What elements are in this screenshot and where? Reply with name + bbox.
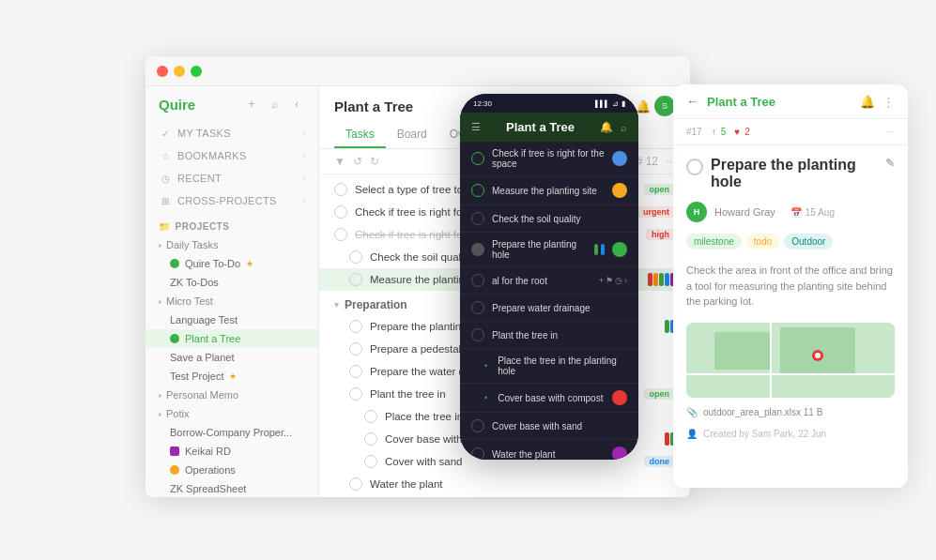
project-plant-a-tree[interactable]: Plant a Tree: [146, 329, 318, 348]
task-checkbox[interactable]: [334, 228, 347, 241]
phone-chevron-icon[interactable]: ›: [624, 276, 627, 285]
task-item[interactable]: Water the plant: [319, 473, 690, 495]
sidebar-item-crossprojects[interactable]: ⊞ CROSS-PROJECTS ›: [146, 189, 318, 212]
phone-checkbox-filled[interactable]: [471, 243, 484, 256]
phone-bullet: •: [484, 393, 487, 402]
group-personal[interactable]: ▸ Personal Memo: [146, 386, 318, 404]
phone-mockup: 12:30 ▌▌▌ ⊿ ▮ ☰ Plant a Tree 🔔 ⌕ Check i…: [460, 94, 638, 460]
sidebar-item-bookmarks[interactable]: ☆ BOOKMARKS ›: [146, 144, 318, 167]
phone-add-icon[interactable]: +: [599, 276, 604, 285]
task-checkbox[interactable]: [334, 205, 347, 219]
phone-task-item[interactable]: Prepare the planting hole: [460, 233, 638, 267]
detail-more-icon[interactable]: ⋮: [882, 95, 895, 109]
project-language-test[interactable]: Language Test: [146, 310, 318, 329]
group-dailytasks[interactable]: ▸ Daily Tasks: [146, 235, 318, 254]
search-phone-icon[interactable]: ⌕: [621, 122, 627, 133]
calendar-icon: 📅: [790, 207, 802, 218]
task-checkbox[interactable]: [349, 273, 362, 286]
phone-task-item[interactable]: Cover base with sand: [460, 413, 638, 440]
edit-icon[interactable]: ✎: [885, 157, 895, 170]
project-name: Language Test: [170, 314, 238, 325]
phone-checkbox[interactable]: [471, 419, 484, 432]
phone-task-item[interactable]: Water the plant: [460, 440, 638, 460]
bar-green: [659, 273, 664, 286]
back-button[interactable]: ←: [686, 94, 699, 109]
task-checkbox[interactable]: [349, 387, 362, 401]
hamburger-icon[interactable]: ☰: [471, 121, 481, 133]
task-checkbox[interactable]: [349, 320, 362, 333]
bell-phone-icon[interactable]: 🔔: [600, 121, 613, 133]
task-checkbox[interactable]: [349, 365, 362, 378]
phone-checkbox[interactable]: [471, 274, 484, 287]
task-checkbox[interactable]: [349, 477, 362, 491]
project-zk-todos[interactable]: ZK To-Dos: [146, 273, 318, 292]
phone-task-item[interactable]: al for the root + ⚑ ◷ ›: [460, 267, 638, 295]
phone-task-item[interactable]: Plant the tree in: [460, 322, 638, 349]
signal-icon: ▌▌▌: [595, 100, 609, 107]
sidebar-item-mytasks[interactable]: ✓ MY TASKS ›: [146, 122, 318, 144]
project-save-planet[interactable]: Save a Planet: [146, 348, 318, 367]
crossprojects-arrow: ›: [302, 196, 305, 205]
project-dot: [170, 334, 179, 343]
project-group-personal: ▸ Personal Memo: [146, 386, 318, 404]
phone-clock-icon[interactable]: ◷: [615, 276, 622, 285]
traffic-light-green[interactable]: [191, 66, 202, 77]
detail-tags: milestone todo Outdoor: [673, 226, 908, 257]
project-zk-spreadsheet[interactable]: ZK SpreadSheet: [146, 479, 318, 497]
task-checkbox[interactable]: [349, 342, 362, 356]
project-quire-todo[interactable]: Quire To-Do ★: [146, 254, 318, 273]
redo-icon[interactable]: ↻: [370, 155, 379, 168]
phone-checkbox[interactable]: [471, 184, 484, 197]
task-checkbox[interactable]: [364, 432, 377, 446]
bell-header-icon[interactable]: 🔔: [636, 99, 651, 114]
project-operations[interactable]: Operations: [146, 461, 318, 479]
detail-date: 📅 15 Aug: [790, 207, 835, 218]
phone-checkbox[interactable]: [471, 301, 484, 314]
traffic-light-red[interactable]: [157, 66, 168, 77]
task-tag-done: done: [644, 456, 676, 467]
mytasks-label: MY TASKS: [177, 128, 297, 139]
task-circle[interactable]: [686, 159, 703, 175]
project-keikai-rd[interactable]: Keikai RD: [146, 442, 318, 461]
project-name: Operations: [185, 464, 236, 476]
phone-task-item[interactable]: Check the soil quality: [460, 205, 638, 233]
add-button[interactable]: +: [243, 96, 260, 113]
task-checkbox[interactable]: [349, 250, 362, 264]
group-potix[interactable]: ▸ Potix: [146, 404, 318, 423]
phone-checkbox[interactable]: [471, 152, 484, 165]
phone-task-item[interactable]: Prepare water drainage: [460, 295, 638, 322]
phone-task-text: Plant the tree in: [492, 330, 627, 341]
mytasks-icon: ✓: [159, 127, 172, 140]
task-checkbox[interactable]: [364, 455, 377, 468]
collapse-button[interactable]: ‹: [288, 96, 305, 113]
tab-tasks[interactable]: Tasks: [334, 122, 386, 148]
search-button[interactable]: ⌕: [266, 96, 283, 113]
detail-bell-icon[interactable]: 🔔: [860, 95, 875, 109]
sidebar-item-recent[interactable]: ◷ RECENT ›: [146, 167, 318, 189]
phone-task-item[interactable]: Check if tree is right for the space: [460, 142, 638, 176]
projects-folder-icon: 📁: [159, 221, 171, 232]
phone-task-item[interactable]: • Cover base with compost: [460, 384, 638, 413]
tag-todo[interactable]: todo: [746, 234, 779, 250]
phone-task-item[interactable]: Measure the planting site: [460, 176, 638, 205]
traffic-light-yellow[interactable]: [174, 66, 185, 77]
filter-icon[interactable]: ▼: [334, 155, 345, 168]
phone-checkbox[interactable]: [471, 328, 484, 341]
task-checkbox[interactable]: [334, 183, 347, 196]
project-borrow-company[interactable]: Borrow-Company Proper...: [146, 423, 318, 442]
task-checkbox[interactable]: [364, 410, 377, 423]
tab-board[interactable]: Board: [386, 122, 438, 148]
task-item[interactable]: Encourage other people to plant a tree t…: [319, 495, 690, 497]
avatar-header[interactable]: S: [654, 96, 675, 116]
project-name: Borrow-Company Proper...: [170, 427, 292, 438]
undo-icon[interactable]: ↺: [353, 155, 362, 168]
group-microtest[interactable]: ▸ Micro Test: [146, 292, 318, 310]
project-test-project[interactable]: Test Project ★: [146, 367, 318, 386]
tag-milestone[interactable]: milestone: [686, 234, 742, 250]
phone-flag-icon[interactable]: ⚑: [606, 276, 613, 285]
group-label: Daily Tasks: [166, 239, 218, 250]
phone-checkbox[interactable]: [471, 212, 484, 225]
tag-outdoor[interactable]: Outdoor: [784, 234, 833, 250]
attachment-filename: outdoor_area_plan.xlsx 11 B: [703, 407, 822, 417]
phone-task-item[interactable]: • Place the tree in the planting hole: [460, 349, 638, 384]
